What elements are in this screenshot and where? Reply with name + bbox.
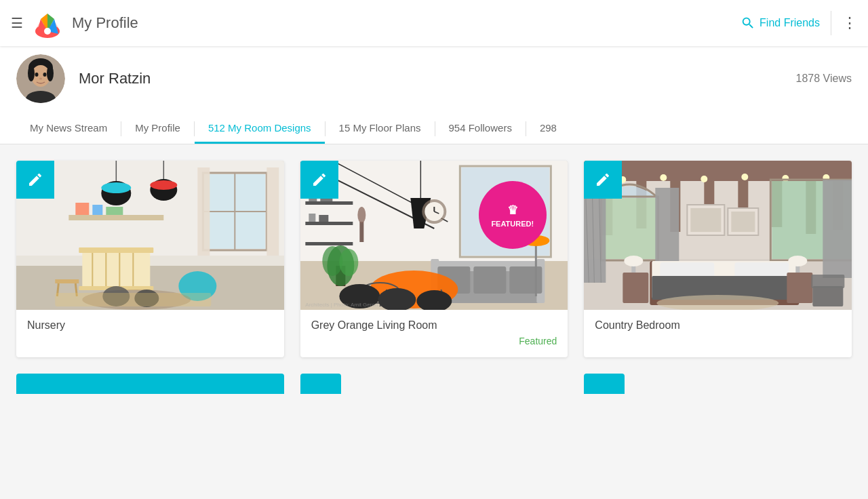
featured-badge: ♛ FEATURED! bbox=[479, 181, 547, 249]
svg-rect-22 bbox=[68, 215, 163, 220]
app-title: My Profile bbox=[72, 14, 138, 32]
nav-left-group: ☰ My Profile bbox=[11, 7, 138, 39]
avatar bbox=[16, 54, 65, 103]
edit-button-bedroom[interactable] bbox=[584, 161, 622, 199]
card-title-nursery: Nursery bbox=[27, 319, 65, 331]
svg-point-11 bbox=[28, 65, 35, 81]
svg-rect-68 bbox=[473, 266, 506, 294]
svg-rect-46 bbox=[55, 293, 211, 306]
svg-rect-21 bbox=[267, 167, 279, 256]
design-card-nursery: Nursery bbox=[16, 161, 284, 357]
svg-rect-57 bbox=[305, 222, 353, 225]
design-card-living-room: ♛ FEATURED! bbox=[300, 161, 568, 357]
svg-rect-20 bbox=[197, 167, 210, 256]
profile-views: 1878 Views bbox=[796, 73, 852, 85]
crown-icon: ♛ bbox=[507, 203, 518, 218]
tab-floor-plans[interactable]: 15 My Floor Plans bbox=[326, 114, 435, 144]
svg-rect-24 bbox=[92, 205, 102, 215]
bedroom-scene bbox=[584, 161, 852, 310]
svg-rect-39 bbox=[55, 279, 79, 283]
svg-point-3 bbox=[44, 28, 51, 35]
tab-my-profile[interactable]: My Profile bbox=[121, 114, 194, 144]
search-icon bbox=[741, 16, 755, 31]
svg-rect-120 bbox=[691, 208, 722, 232]
svg-rect-61 bbox=[309, 214, 315, 222]
tab-room-designs[interactable]: 512 My Room Designs bbox=[195, 114, 325, 144]
svg-rect-131 bbox=[787, 273, 813, 303]
tab-news-stream[interactable]: My News Stream bbox=[16, 114, 121, 144]
svg-point-9 bbox=[39, 78, 42, 80]
partial-card-1 bbox=[16, 374, 284, 394]
svg-point-133 bbox=[789, 256, 808, 266]
svg-rect-58 bbox=[305, 242, 353, 245]
svg-point-7 bbox=[35, 73, 39, 77]
partial-card-2 bbox=[300, 374, 341, 394]
svg-point-8 bbox=[43, 73, 47, 77]
design-card-grid: Nursery ♛ FEATURED! bbox=[16, 161, 852, 357]
svg-point-102 bbox=[660, 174, 667, 181]
svg-rect-109 bbox=[603, 198, 657, 259]
edit-icon-2 bbox=[311, 172, 328, 188]
card-image-nursery bbox=[16, 161, 284, 310]
profile-header: Mor Ratzin 1878 Views My News Stream My … bbox=[0, 46, 868, 144]
edit-icon-3 bbox=[595, 172, 611, 188]
card-image-bedroom bbox=[584, 161, 852, 310]
nav-right-group: Find Friends ⋮ bbox=[741, 11, 857, 35]
svg-rect-69 bbox=[509, 266, 542, 294]
svg-rect-128 bbox=[623, 273, 649, 303]
svg-rect-56 bbox=[305, 201, 353, 205]
svg-point-28 bbox=[101, 182, 131, 193]
svg-point-104 bbox=[742, 174, 749, 180]
more-options-icon[interactable]: ⋮ bbox=[842, 14, 857, 32]
svg-point-31 bbox=[150, 180, 177, 190]
profile-info-row: Mor Ratzin 1878 Views bbox=[16, 54, 852, 108]
card-info-living-room: Grey Orange Living Room Featured bbox=[300, 310, 568, 357]
find-friends-label: Find Friends bbox=[760, 17, 820, 29]
card-image-living-room: ♛ FEATURED! bbox=[300, 161, 568, 310]
card-info-nursery: Nursery bbox=[16, 310, 284, 342]
svg-rect-135 bbox=[813, 286, 844, 306]
partial-card-3 bbox=[584, 374, 625, 394]
hamburger-icon[interactable]: ☰ bbox=[11, 15, 23, 31]
svg-rect-62 bbox=[319, 215, 328, 222]
svg-point-130 bbox=[625, 256, 644, 266]
main-content: Nursery ♛ FEATURED! bbox=[0, 144, 868, 394]
nav-divider bbox=[831, 11, 831, 35]
top-navigation: ☰ My Profile Find Friends ⋮ bbox=[0, 0, 868, 46]
edit-button-nursery[interactable] bbox=[16, 161, 54, 199]
profile-tabs: My News Stream My Profile 512 My Room De… bbox=[16, 114, 852, 144]
nursery-scene bbox=[16, 161, 284, 310]
featured-badge-label: FEATURED! bbox=[491, 220, 534, 228]
svg-rect-83 bbox=[359, 222, 363, 242]
svg-point-80 bbox=[339, 249, 358, 276]
edit-button-living-room[interactable] bbox=[300, 161, 338, 199]
card-title-bedroom: Country Bedroom bbox=[595, 319, 679, 331]
tab-following[interactable]: 298 bbox=[526, 114, 570, 144]
svg-rect-122 bbox=[732, 212, 755, 232]
svg-point-84 bbox=[357, 207, 366, 223]
svg-point-103 bbox=[701, 176, 708, 182]
card-featured-label: Featured bbox=[311, 336, 557, 346]
svg-text:Architects | Photo: Amit Geron: Architects | Photo: Amit Geron bbox=[305, 302, 378, 308]
profile-name: Mor Ratzin bbox=[79, 70, 151, 87]
svg-rect-118 bbox=[823, 180, 852, 278]
svg-point-12 bbox=[47, 65, 54, 81]
svg-rect-23 bbox=[75, 203, 89, 215]
tab-followers[interactable]: 954 Followers bbox=[435, 114, 526, 144]
app-logo bbox=[31, 7, 64, 39]
design-card-bedroom: Country Bedroom bbox=[584, 161, 852, 357]
card-info-bedroom: Country Bedroom bbox=[584, 310, 852, 342]
partial-cards-row bbox=[16, 357, 852, 394]
card-title-living-room: Grey Orange Living Room bbox=[311, 319, 437, 331]
find-friends-button[interactable]: Find Friends bbox=[741, 16, 820, 31]
svg-rect-25 bbox=[106, 207, 123, 215]
svg-rect-136 bbox=[812, 275, 845, 288]
svg-rect-33 bbox=[79, 247, 153, 253]
edit-icon bbox=[27, 172, 43, 188]
